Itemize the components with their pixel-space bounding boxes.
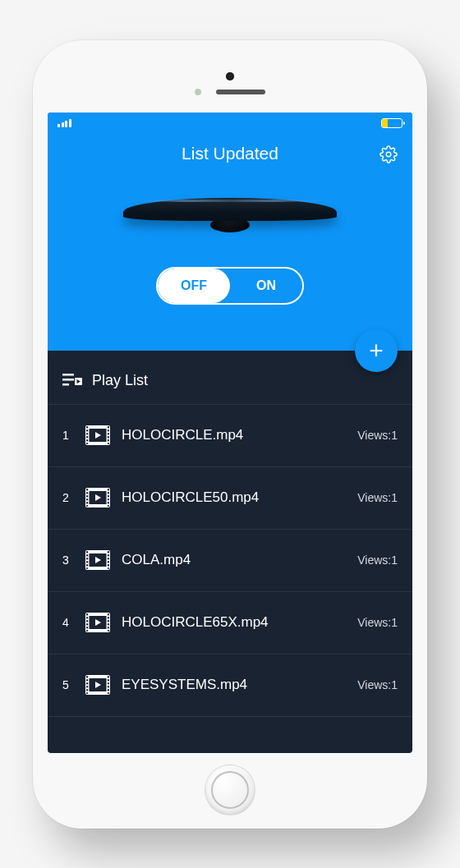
svg-rect-15: [108, 426, 109, 428]
item-views: Views:1: [357, 553, 398, 567]
svg-rect-50: [108, 567, 109, 569]
svg-rect-42: [86, 561, 88, 563]
list-item[interactable]: 5 EYESYSTEMS.mp4 Views:1: [48, 654, 412, 717]
svg-rect-27: [86, 498, 88, 500]
item-filename: EYESYSTEMS.mp4: [122, 677, 357, 693]
svg-rect-60: [108, 613, 109, 615]
film-icon: [85, 675, 110, 695]
svg-rect-75: [108, 676, 109, 677]
home-button[interactable]: [205, 765, 255, 815]
item-views: Views:1: [357, 491, 398, 504]
svg-rect-62: [108, 620, 109, 622]
list-item[interactable]: 3 COLA.mp4 Views:1: [48, 530, 412, 592]
svg-rect-19: [108, 439, 109, 441]
film-icon: [85, 613, 110, 632]
earpiece-speaker: [216, 90, 265, 94]
item-index: 1: [62, 429, 77, 442]
svg-rect-3: [62, 383, 69, 386]
playlist-title: Play List: [92, 372, 148, 389]
playlist-icon: [62, 372, 82, 388]
svg-rect-58: [86, 627, 88, 628]
svg-rect-45: [108, 551, 109, 553]
list-item[interactable]: 4 HOLOCIRCLE65X.mp4 Views:1: [48, 592, 412, 654]
svg-rect-11: [86, 433, 88, 434]
svg-rect-13: [86, 439, 88, 441]
item-index: 5: [62, 678, 77, 691]
svg-rect-65: [108, 630, 109, 631]
svg-rect-40: [86, 554, 88, 556]
svg-rect-78: [108, 686, 109, 687]
plus-icon: +: [369, 337, 384, 365]
item-filename: HOLOCIRCLE50.mp4: [122, 489, 357, 506]
svg-rect-64: [108, 627, 109, 628]
svg-rect-54: [86, 613, 88, 615]
front-camera: [226, 72, 234, 80]
svg-rect-20: [108, 443, 109, 444]
svg-rect-61: [108, 617, 109, 618]
battery-icon: [381, 118, 402, 128]
svg-rect-80: [108, 692, 109, 694]
svg-rect-55: [86, 617, 88, 618]
svg-rect-32: [108, 495, 109, 497]
phone-top-bezel: [48, 55, 412, 113]
signal-icon: [58, 119, 71, 127]
svg-rect-9: [86, 426, 88, 428]
svg-rect-59: [86, 630, 88, 631]
svg-rect-29: [86, 505, 88, 507]
film-icon: [85, 488, 110, 507]
film-icon: [85, 550, 110, 570]
svg-rect-73: [86, 689, 88, 691]
page-title: List Updated: [182, 144, 278, 163]
svg-rect-41: [86, 558, 88, 559]
svg-rect-33: [108, 498, 109, 500]
svg-rect-63: [108, 623, 109, 625]
list-item[interactable]: 1 HOLOCIRCLE.mp4 Views:1: [48, 405, 412, 467]
svg-rect-46: [108, 554, 109, 556]
phone-frame: List Updated OFF ON +: [33, 40, 427, 829]
list-item[interactable]: 2 HOLOCIRCLE50.mp4 Views:1: [48, 467, 412, 530]
svg-rect-2: [62, 379, 74, 381]
svg-rect-70: [86, 679, 88, 681]
svg-rect-76: [108, 679, 109, 681]
svg-rect-44: [86, 567, 88, 569]
svg-rect-39: [86, 551, 88, 553]
svg-point-0: [386, 152, 391, 157]
svg-rect-12: [86, 436, 88, 438]
svg-rect-24: [86, 489, 88, 490]
svg-rect-31: [108, 492, 109, 494]
item-views: Views:1: [357, 616, 398, 629]
add-button[interactable]: +: [355, 329, 398, 372]
svg-rect-56: [86, 620, 88, 622]
svg-rect-16: [108, 429, 109, 431]
item-filename: HOLOCIRCLE.mp4: [122, 427, 357, 443]
svg-rect-18: [108, 436, 109, 438]
svg-rect-57: [86, 623, 88, 625]
svg-rect-10: [86, 429, 88, 431]
svg-rect-74: [86, 692, 88, 694]
svg-rect-71: [86, 682, 88, 684]
playlist-section: Play List 1 HOLOCIRCLE.mp4 Views:1 2 HOL…: [48, 351, 412, 717]
item-filename: COLA.mp4: [122, 552, 357, 568]
svg-rect-1: [62, 374, 74, 376]
playlist-header: Play List: [48, 372, 412, 405]
svg-rect-26: [86, 495, 88, 497]
svg-rect-77: [108, 682, 109, 684]
svg-rect-43: [86, 564, 88, 566]
toggle-on-label: ON: [230, 269, 302, 303]
item-index: 3: [62, 553, 77, 567]
svg-rect-72: [86, 686, 88, 687]
svg-rect-25: [86, 492, 88, 494]
settings-icon[interactable]: [380, 145, 398, 163]
svg-rect-34: [108, 502, 109, 503]
proximity-sensor: [195, 89, 201, 95]
svg-rect-69: [86, 676, 88, 677]
svg-rect-14: [86, 443, 88, 444]
item-views: Views:1: [357, 429, 398, 442]
svg-rect-47: [108, 558, 109, 559]
device-illustration: [48, 170, 412, 260]
svg-rect-30: [108, 489, 109, 490]
film-icon: [85, 425, 110, 445]
item-views: Views:1: [357, 678, 398, 691]
toggle-off-label: OFF: [158, 269, 230, 303]
power-toggle[interactable]: OFF ON: [156, 267, 304, 305]
